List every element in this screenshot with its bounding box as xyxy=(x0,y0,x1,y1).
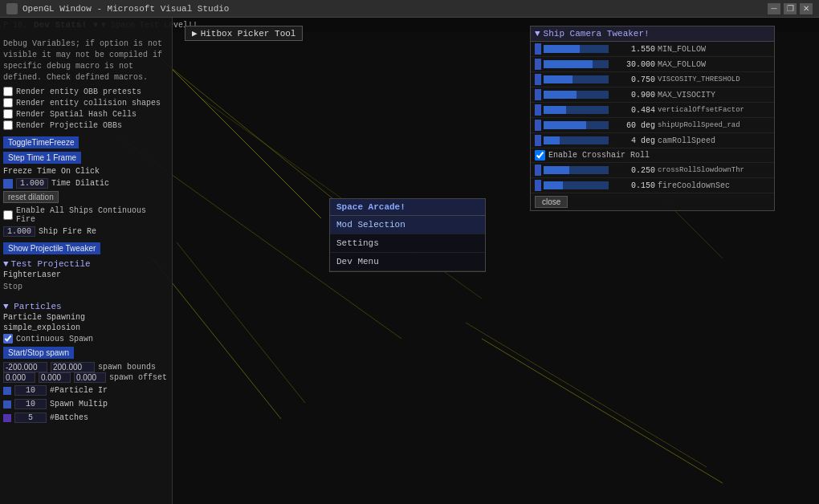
roll-speed-fill xyxy=(544,121,586,129)
spawn-bounds-min-input[interactable] xyxy=(3,362,47,372)
crosshair-roll-row[interactable]: Enable Crosshair Roll xyxy=(531,148,774,163)
vertical-offset-slider[interactable] xyxy=(544,106,609,114)
hitbox-picker-label: Hitbox Picker Tool xyxy=(201,29,296,39)
min-follow-slider[interactable] xyxy=(544,45,609,53)
camera-close-button[interactable]: close xyxy=(535,196,568,208)
ship-fire-label: Ship Fire Re xyxy=(39,227,96,236)
close-button-row: close xyxy=(531,193,774,210)
cam-row-viscosity: 0.750 VISCOSITY_THRESHOLD xyxy=(531,72,774,87)
close-button[interactable]: ✕ xyxy=(800,3,813,14)
spawn-offset-y-input[interactable] xyxy=(39,372,71,383)
svg-line-5 xyxy=(466,323,707,467)
roll-speed-label: shipUpRollSpeed_rad xyxy=(658,121,770,129)
test-projectile-label: Test Projectile xyxy=(11,259,91,269)
start-stop-spawn-button[interactable]: Start/Stop spawn xyxy=(3,347,74,359)
obb-pretests-checkbox[interactable] xyxy=(3,87,13,96)
viscosity-value: 0.750 xyxy=(611,75,655,84)
time-dilation-row: 1.000 Time Dilatic xyxy=(3,177,169,189)
checkbox-obb-pretests[interactable]: Render entity OBB pretests xyxy=(3,87,169,96)
spawn-bounds-row: spawn bounds xyxy=(3,362,169,372)
max-follow-slider[interactable] xyxy=(544,60,609,68)
toggle-time-freeze-button[interactable]: ToggleTimeFreeze xyxy=(3,136,79,148)
max-vis-fill xyxy=(544,91,577,99)
max-vis-slider[interactable] xyxy=(544,91,609,99)
collision-shapes-label: Render entity collision shapes xyxy=(16,99,161,108)
viscosity-slider[interactable] xyxy=(544,75,609,83)
projectile-obbs-checkbox[interactable] xyxy=(3,120,13,130)
cam-row-max-follow: 30.000 MAX_FOLLOW xyxy=(531,57,774,72)
max-follow-handle[interactable] xyxy=(535,59,541,70)
min-follow-value: 1.550 xyxy=(611,45,655,54)
stop-area: Stop xyxy=(3,282,169,299)
viscosity-handle[interactable] xyxy=(535,74,541,85)
reset-dilation-button[interactable]: reset dilation xyxy=(3,191,59,203)
cam-roll-value: 4 deg xyxy=(611,136,655,145)
time-dilation-handle[interactable] xyxy=(3,179,13,189)
min-follow-handle[interactable] xyxy=(535,43,541,55)
test-projectile-header: ▼ Test Projectile xyxy=(3,259,169,269)
hitbox-arrow-icon: ▶ xyxy=(192,28,198,39)
roll-speed-value: 60 deg xyxy=(611,121,655,130)
main-area: P 16. Dev Stats! ▼ ▼ Space Test Level!! … xyxy=(0,18,819,504)
svg-line-4 xyxy=(482,339,723,483)
particle-instances-row: 10 #Particle Ir xyxy=(3,384,169,396)
spawn-bounds-max-input[interactable] xyxy=(51,362,95,372)
hash-cells-checkbox[interactable] xyxy=(3,109,13,119)
cam-roll-label: camRollSpeed xyxy=(658,136,770,145)
spawn-multiplier-handle[interactable] xyxy=(3,400,11,408)
fire-cooldown-slider[interactable] xyxy=(544,181,609,189)
crosshair-roll-checkbox[interactable] xyxy=(535,150,545,161)
camera-tweaker-arrow: ▼ xyxy=(535,29,540,39)
camera-tweaker-header: ▼ Ship Camera Tweaker! xyxy=(531,26,774,42)
cam-row-max-vis: 0.900 MAX_VISOCITY xyxy=(531,87,774,103)
show-projectile-tweaker-button[interactable]: Show Projectile Tweaker xyxy=(3,242,100,254)
spawn-offset-x-input[interactable] xyxy=(3,372,35,383)
cam-row-roll-speed: 60 deg shipUpRollSpeed_rad xyxy=(531,118,774,133)
restore-button[interactable]: ❐ xyxy=(784,3,797,14)
crossroll-slowdown-handle[interactable] xyxy=(535,165,541,176)
hitbox-picker-tool[interactable]: ▶ Hitbox Picker Tool xyxy=(185,26,303,41)
arcade-menu-title: Space Arcade! xyxy=(330,199,485,216)
arcade-menu-item-settings[interactable]: Settings xyxy=(330,234,485,253)
freeze-time-label: Freeze Time On Click xyxy=(3,167,169,176)
max-vis-label: MAX_VISOCITY xyxy=(658,91,770,100)
fire-rate-row: 1.000 Ship Fire Re xyxy=(3,226,169,238)
batches-row: 5 #Batches xyxy=(3,412,169,424)
max-follow-label: MAX_FOLLOW xyxy=(658,60,770,69)
spawn-offset-label: spawn offset xyxy=(109,373,167,382)
right-panel: ▼ Ship Camera Tweaker! 1.550 MIN_FOLLOW … xyxy=(530,26,775,211)
cam-row-fire-cooldown: 0.150 fireCooldownSec xyxy=(531,178,774,193)
fire-cooldown-handle[interactable] xyxy=(535,180,541,191)
particle-instances-label: #Particle Ir xyxy=(50,386,108,395)
cam-row-cam-roll: 4 deg camRollSpeed xyxy=(531,133,774,148)
svg-line-0 xyxy=(161,58,321,218)
cam-roll-handle[interactable] xyxy=(535,135,541,146)
step-time-button[interactable]: Step Time 1 Frame xyxy=(3,152,81,164)
checkbox-collision-shapes[interactable]: Render entity collision shapes xyxy=(3,98,169,108)
spawn-offset-z-input[interactable] xyxy=(74,372,106,383)
batches-handle[interactable] xyxy=(3,414,11,422)
collision-shapes-checkbox[interactable] xyxy=(3,98,13,108)
roll-speed-handle[interactable] xyxy=(535,120,541,131)
checkbox-projectile-obbs[interactable]: Render Projectile OBBs xyxy=(3,120,169,130)
arcade-menu-item-mod-selection[interactable]: Mod Selection xyxy=(330,216,485,234)
vertical-offset-value: 0.484 xyxy=(611,106,655,115)
minimize-button[interactable]: ─ xyxy=(768,3,780,14)
continuous-fire-checkbox[interactable] xyxy=(3,210,13,220)
checkbox-hash-cells[interactable]: Render Spatial Hash Cells xyxy=(3,109,169,119)
continuous-spawn-checkbox[interactable] xyxy=(3,334,13,343)
arcade-menu: Space Arcade! Mod Selection Settings Dev… xyxy=(329,198,486,272)
roll-speed-slider[interactable] xyxy=(544,121,609,129)
particles-section: ▼ Particles Particle Spawning simple_exp… xyxy=(3,302,169,424)
crossroll-slowdown-slider[interactable] xyxy=(544,166,609,174)
checkbox-continuous-fire[interactable]: Enable All Ships Continuous Fire xyxy=(3,206,169,224)
vertical-offset-handle[interactable] xyxy=(535,104,541,116)
particle-instances-handle[interactable] xyxy=(3,387,11,395)
spawn-offset-row: spawn offset xyxy=(3,372,169,383)
fighter-laser-label: FighterLaser xyxy=(3,270,169,279)
arcade-menu-item-dev-menu[interactable]: Dev Menu xyxy=(330,253,485,271)
cam-roll-slider[interactable] xyxy=(544,136,609,144)
checkbox-continuous-spawn[interactable]: Continuous Spawn xyxy=(3,334,169,343)
viscosity-fill xyxy=(544,75,572,83)
max-vis-handle[interactable] xyxy=(535,89,541,100)
